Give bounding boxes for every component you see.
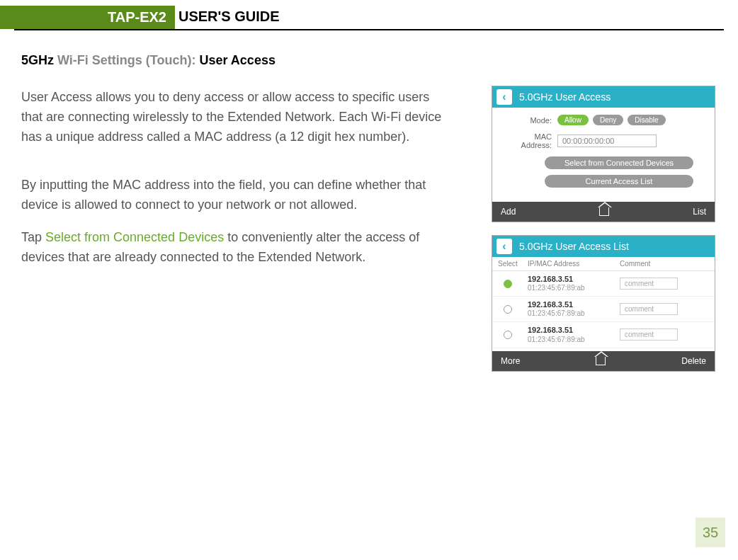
header-product-badge: TAP-EX2 (99, 6, 175, 29)
screenshot-user-access: ‹ 5.0GHz User Access Mode: Allow Deny Di… (492, 86, 715, 222)
screenshot2-titlebar: ‹ 5.0GHz User Access List (492, 236, 715, 257)
body-paragraph-2: By inputting the MAC address into the fi… (21, 176, 453, 215)
select-radio[interactable] (504, 331, 512, 339)
list-item[interactable]: 192.168.3.51 01:23:45:67:89:ab (492, 271, 715, 297)
mac-row: MAC Address: (502, 132, 705, 149)
screenshot2-title: 5.0GHz User Access List (519, 241, 629, 252)
mode-allow-pill[interactable]: Allow (557, 115, 589, 125)
chevron-left-icon: ‹ (502, 91, 506, 103)
row-ip: 192.168.3.51 (528, 300, 620, 309)
header-title: USER'S GUIDE (178, 8, 280, 25)
mode-deny-pill[interactable]: Deny (593, 115, 623, 125)
page-number: 35 (696, 518, 725, 547)
select-connected-devices-button[interactable]: Select from Connected Devices (545, 156, 693, 169)
section-heading: 5GHz Wi-Fi Settings (Touch): User Access (21, 53, 276, 68)
heading-prefix: 5GHz (21, 53, 54, 67)
col-select-header: Select (498, 260, 528, 268)
screenshot1-title: 5.0GHz User Access (519, 91, 611, 103)
list-button[interactable]: List (693, 207, 706, 217)
body-paragraph-1: User Access allows you to deny access or… (21, 88, 453, 147)
screenshot2-body: Select IP/MAC Address Comment 192.168.3.… (492, 257, 715, 348)
list-item[interactable]: 192.168.3.51 01:23:45:67:89:ab (492, 297, 715, 322)
select-radio[interactable] (504, 280, 512, 288)
comment-input[interactable] (620, 278, 678, 290)
row-ip: 192.168.3.51 (528, 275, 620, 284)
comment-input[interactable] (620, 328, 678, 341)
delete-button[interactable]: Delete (681, 356, 706, 366)
mode-disable-pill[interactable]: Disable (628, 115, 665, 125)
mac-label: MAC Address: (502, 132, 557, 149)
back-button[interactable]: ‹ (496, 89, 512, 105)
col-ip-header: IP/MAC Address (528, 260, 620, 268)
current-access-list-button[interactable]: Current Access List (545, 175, 693, 188)
screenshot1-body: Mode: Allow Deny Disable MAC Address: Se… (492, 108, 715, 188)
p3-text-a: Tap (21, 230, 45, 244)
header-divider (14, 29, 724, 30)
select-radio[interactable] (504, 305, 512, 314)
row-ip: 192.168.3.51 (528, 326, 620, 335)
header-stripe (0, 6, 99, 29)
more-button[interactable]: More (501, 356, 520, 366)
chevron-left-icon: ‹ (502, 240, 506, 253)
mode-label: Mode: (502, 116, 557, 125)
row-mac: 01:23:45:67:89:ab (528, 336, 620, 344)
screenshot1-bottombar: Add List (492, 202, 715, 222)
list-item[interactable]: 192.168.3.51 01:23:45:67:89:ab (492, 322, 715, 348)
screenshot2-bottombar: More Delete (492, 351, 715, 371)
home-icon[interactable] (599, 207, 609, 216)
screenshot1-titlebar: ‹ 5.0GHz User Access (492, 86, 715, 108)
select-from-connected-devices-link: Select from Connected Devices (45, 230, 224, 244)
back-button[interactable]: ‹ (496, 239, 512, 254)
mac-address-input[interactable] (557, 135, 657, 147)
heading-gray: Wi-Fi Settings (Touch): (54, 53, 199, 67)
row-mac: 01:23:45:67:89:ab (528, 309, 620, 318)
mode-row: Mode: Allow Deny Disable (502, 115, 705, 125)
list-header: Select IP/MAC Address Comment (492, 257, 715, 271)
col-comment-header: Comment (620, 260, 709, 268)
home-icon[interactable] (596, 357, 606, 365)
heading-suffix: User Access (200, 53, 276, 67)
body-paragraph-3: Tap Select from Connected Devices to con… (21, 228, 453, 268)
screenshot-user-access-list: ‹ 5.0GHz User Access List Select IP/MAC … (492, 235, 715, 372)
comment-input[interactable] (620, 303, 678, 315)
row-mac: 01:23:45:67:89:ab (528, 284, 620, 292)
add-button[interactable]: Add (501, 207, 516, 217)
